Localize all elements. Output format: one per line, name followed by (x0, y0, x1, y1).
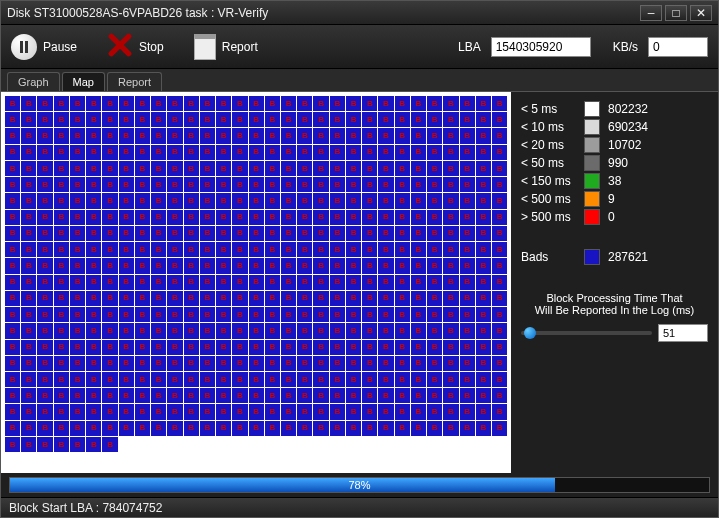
block-cell: B (54, 258, 69, 273)
block-cell: B (411, 210, 426, 225)
block-cell: B (200, 242, 215, 257)
stop-x-icon (107, 32, 133, 61)
toolbar: Pause Stop Report LBA KB/s (1, 25, 718, 69)
block-cell: B (460, 356, 475, 371)
block-cell: B (313, 388, 328, 403)
block-cell: B (443, 177, 458, 192)
block-cell: B (427, 340, 442, 355)
block-cell: B (460, 307, 475, 322)
legend-swatch (584, 155, 600, 171)
block-cell: B (216, 340, 231, 355)
block-cell: B (70, 388, 85, 403)
block-cell: B (54, 340, 69, 355)
maximize-button[interactable]: □ (665, 5, 687, 21)
block-cell: B (200, 372, 215, 387)
block-cell: B (232, 96, 247, 111)
block-cell: B (102, 388, 117, 403)
block-cell: B (37, 145, 52, 160)
threshold-value[interactable] (658, 324, 708, 342)
block-cell: B (265, 210, 280, 225)
block-cell: B (395, 356, 410, 371)
block-cell: B (167, 421, 182, 436)
block-cell: B (5, 340, 20, 355)
block-cell: B (135, 128, 150, 143)
block-cell: B (378, 421, 393, 436)
block-cell: B (265, 372, 280, 387)
block-cell: B (5, 356, 20, 371)
block-cell: B (21, 291, 36, 306)
block-cell: B (135, 275, 150, 290)
block-cell: B (362, 404, 377, 419)
block-cell: B (151, 161, 166, 176)
block-cell: B (427, 307, 442, 322)
block-cell: B (427, 388, 442, 403)
pause-button[interactable]: Pause (11, 34, 77, 60)
block-cell: B (346, 193, 361, 208)
tab-map[interactable]: Map (62, 72, 105, 91)
lba-field[interactable] (491, 37, 591, 57)
block-cell: B (346, 226, 361, 241)
block-cell: B (119, 372, 134, 387)
block-cell: B (492, 177, 507, 192)
close-button[interactable]: ✕ (690, 5, 712, 21)
block-cell: B (184, 226, 199, 241)
block-cell: B (102, 112, 117, 127)
block-cell: B (21, 372, 36, 387)
report-button[interactable]: Report (194, 34, 258, 60)
slider-thumb[interactable] (524, 327, 536, 339)
block-cell: B (362, 275, 377, 290)
block-cell: B (184, 275, 199, 290)
block-cell: B (102, 404, 117, 419)
block-cell: B (216, 356, 231, 371)
block-cell: B (395, 210, 410, 225)
block-cell: B (492, 210, 507, 225)
block-cell: B (395, 161, 410, 176)
block-cell: B (184, 388, 199, 403)
block-cell: B (265, 193, 280, 208)
block-cell: B (427, 145, 442, 160)
block-cell: B (135, 258, 150, 273)
block-cell: B (102, 226, 117, 241)
block-cell: B (492, 421, 507, 436)
block-cell: B (151, 421, 166, 436)
block-cell: B (200, 210, 215, 225)
tab-graph[interactable]: Graph (7, 72, 60, 91)
block-cell: B (297, 372, 312, 387)
block-cell: B (86, 96, 101, 111)
block-cell: B (249, 161, 264, 176)
block-cell: B (281, 258, 296, 273)
block-cell: B (492, 404, 507, 419)
block-cell: B (378, 242, 393, 257)
tab-report[interactable]: Report (107, 72, 162, 91)
block-cell: B (200, 404, 215, 419)
block-cell: B (460, 323, 475, 338)
stop-button[interactable]: Stop (107, 32, 164, 61)
block-cell: B (492, 356, 507, 371)
block-cell: B (476, 112, 491, 127)
block-cell: B (216, 145, 231, 160)
block-cell: B (297, 404, 312, 419)
kbs-field[interactable] (648, 37, 708, 57)
block-cell: B (119, 291, 134, 306)
block-cell: B (151, 128, 166, 143)
block-cell: B (70, 145, 85, 160)
block-cell: B (37, 258, 52, 273)
block-cell: B (102, 210, 117, 225)
block-cell: B (54, 275, 69, 290)
threshold-slider[interactable] (521, 331, 652, 335)
block-cell: B (492, 307, 507, 322)
block-cell: B (232, 177, 247, 192)
block-cell: B (476, 226, 491, 241)
minimize-button[interactable]: – (640, 5, 662, 21)
block-cell: B (135, 210, 150, 225)
legend-label: < 5 ms (521, 102, 576, 116)
block-cell: B (476, 421, 491, 436)
block-cell: B (54, 177, 69, 192)
block-cell: B (313, 145, 328, 160)
block-cell: B (427, 128, 442, 143)
block-cell: B (395, 323, 410, 338)
block-cell: B (37, 307, 52, 322)
block-cell: B (167, 258, 182, 273)
block-cell: B (443, 96, 458, 111)
block-cell: B (411, 258, 426, 273)
